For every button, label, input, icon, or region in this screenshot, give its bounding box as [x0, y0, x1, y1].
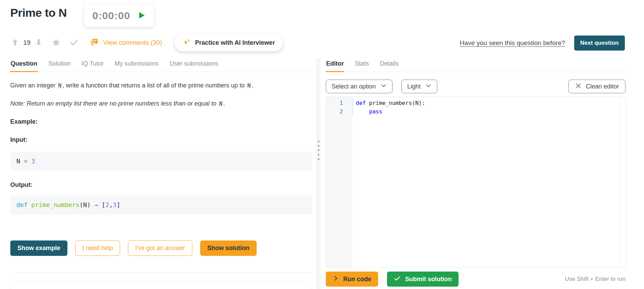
- comment-icon: [90, 38, 99, 48]
- line-number: 1: [326, 99, 352, 107]
- tab-details[interactable]: Details: [379, 58, 399, 72]
- code-line-1: def prime_numbers(N):: [352, 99, 425, 107]
- code-line-2: pass: [352, 107, 382, 116]
- view-comments-link[interactable]: View comments (30): [90, 38, 162, 48]
- play-icon: [137, 11, 146, 21]
- inline-code-n: N: [57, 82, 63, 89]
- tab-iq-tutor[interactable]: IQ Tutor: [81, 58, 104, 72]
- question-note: Note: Return an empty list there are no …: [10, 99, 312, 108]
- favorite-star-button[interactable]: [52, 38, 61, 48]
- got-answer-button[interactable]: I've got an answer: [128, 240, 192, 256]
- editor-line: 2 pass: [326, 107, 626, 116]
- code-editor[interactable]: 1 def prime_numbers(N): 2 pass: [326, 97, 626, 267]
- editor-panel-tabs: Editor Stats Details: [326, 58, 626, 72]
- vote-count: 19: [23, 39, 30, 46]
- editor-footer: Run code Submit solution Use Shift + Ent…: [326, 272, 626, 287]
- inline-code-n: N: [246, 82, 252, 89]
- bottom-card: [10, 282, 312, 289]
- page-title: Prime to N: [10, 6, 67, 19]
- clean-editor-label: Clean editor: [586, 83, 619, 90]
- close-icon: [575, 82, 582, 91]
- drag-dots-icon: [316, 141, 321, 160]
- down-arrow-icon: [35, 38, 43, 47]
- tab-solution[interactable]: Solution: [48, 58, 71, 72]
- chevron-down-icon: [425, 83, 432, 91]
- inline-code-n: N: [218, 100, 223, 107]
- check-icon: [394, 275, 401, 284]
- timer-play-button[interactable]: [137, 11, 146, 21]
- timer-value: 0:00:00: [92, 10, 130, 22]
- run-code-label: Run code: [343, 276, 371, 283]
- question-panel: Question Solution IQ Tutor My submission…: [10, 58, 312, 289]
- upvote-button[interactable]: [11, 38, 19, 47]
- tab-stats[interactable]: Stats: [355, 58, 369, 72]
- theme-select[interactable]: Light: [401, 80, 437, 93]
- left-panel-divider: [10, 272, 312, 273]
- editor-gutter: [326, 97, 352, 267]
- submit-solution-button[interactable]: Submit solution: [387, 272, 459, 287]
- question-text: Given an integer N, write a function tha…: [10, 81, 312, 90]
- run-code-button[interactable]: Run code: [326, 272, 378, 287]
- need-help-button[interactable]: I need help: [75, 240, 120, 256]
- timer-card: 0:00:00: [84, 4, 154, 27]
- view-comments-label: View comments (30): [103, 39, 162, 46]
- mark-done-button[interactable]: [69, 38, 78, 48]
- question-practice-page: Prime to N 0:00:00 19: [0, 0, 644, 289]
- editor-scrollbar[interactable]: [619, 97, 620, 267]
- tab-user-submissions[interactable]: User submissions: [169, 58, 218, 72]
- question-buttons-row: Show example I need help I've got an ans…: [10, 240, 312, 256]
- editor-toolbar: Select an option Light Clean editor: [326, 80, 626, 93]
- show-solution-button[interactable]: Show solution: [200, 240, 257, 256]
- header-right: Have you seen this question before? Next…: [460, 36, 625, 51]
- next-question-button[interactable]: Next question: [574, 36, 625, 51]
- input-code-block: N = 3: [10, 152, 312, 170]
- chevron-down-icon: [381, 83, 387, 91]
- editor-lines: 1 def prime_numbers(N): 2 pass: [326, 97, 626, 116]
- downvote-button[interactable]: [35, 38, 43, 47]
- language-select-value: Select an option: [332, 83, 376, 90]
- example-label: Example:: [10, 117, 312, 126]
- language-select[interactable]: Select an option: [326, 80, 392, 93]
- check-icon: [69, 38, 78, 48]
- tab-question[interactable]: Question: [10, 58, 38, 72]
- chevron-right-icon: [333, 275, 339, 283]
- output-label: Output:: [10, 180, 312, 190]
- editor-panel: Editor Stats Details Select an option Li…: [326, 58, 626, 287]
- show-example-button[interactable]: Show example: [10, 240, 67, 256]
- question-action-row: 19 View commen: [11, 35, 283, 51]
- ai-interviewer-button[interactable]: Practice with AI Interviewer: [175, 34, 283, 52]
- shortcut-hint: Use Shift + Enter to run: [565, 276, 626, 283]
- line-number: 2: [326, 107, 352, 116]
- editor-line: 1 def prime_numbers(N):: [326, 99, 626, 107]
- submit-solution-label: Submit solution: [405, 276, 452, 283]
- up-arrow-icon: [11, 38, 19, 47]
- tab-my-submissions[interactable]: My submissions: [114, 58, 159, 72]
- clean-editor-button[interactable]: Clean editor: [568, 80, 626, 93]
- seen-before-link[interactable]: Have you seen this question before?: [460, 39, 565, 47]
- theme-select-value: Light: [407, 83, 421, 90]
- ai-interviewer-label: Practice with AI Interviewer: [195, 39, 275, 46]
- star-icon: [52, 38, 61, 48]
- output-code-block: def prime_numbers(N) → [2,3]: [10, 195, 312, 214]
- input-label: Input:: [10, 135, 312, 144]
- panel-resize-handle[interactable]: [316, 59, 321, 289]
- tab-editor[interactable]: Editor: [326, 58, 344, 72]
- question-panel-tabs: Question Solution IQ Tutor My submission…: [10, 58, 312, 72]
- sparkles-icon: [183, 38, 191, 48]
